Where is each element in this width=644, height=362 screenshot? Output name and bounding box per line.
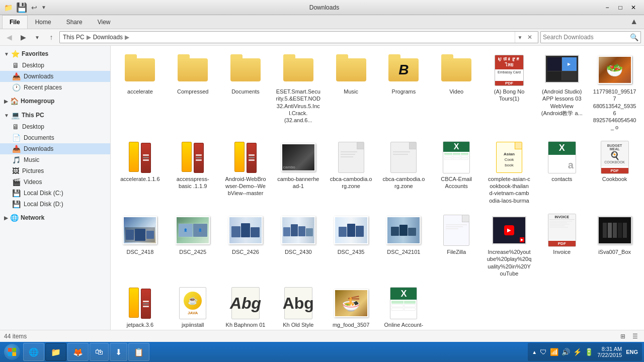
- tray-antivirus-icon[interactable]: 🛡: [539, 348, 548, 356]
- file-item-cbca2[interactable]: cbca-cambodia.o rg.zone: [378, 137, 429, 208]
- file-icon-android-webview: [227, 141, 264, 173]
- up-button[interactable]: ↑: [45, 31, 57, 43]
- maximize-button[interactable]: □: [614, 3, 627, 13]
- file-item-programs[interactable]: B Programs: [378, 50, 429, 135]
- file-icon-compressed: [175, 54, 211, 86]
- tab-file[interactable]: File: [2, 15, 28, 29]
- breadcrumb-downloads[interactable]: Downloads: [93, 34, 123, 41]
- sidebar-item-documents[interactable]: 📄 Documents: [0, 132, 110, 143]
- file-item-video[interactable]: Video: [431, 50, 482, 135]
- language-indicator[interactable]: ENG: [625, 349, 639, 355]
- tab-view[interactable]: View: [90, 15, 118, 29]
- file-name: Music: [344, 88, 358, 95]
- sidebar-item-local-d[interactable]: 💾 Local Disk (D:): [0, 199, 110, 210]
- tray-battery-icon[interactable]: 🔋: [584, 348, 594, 356]
- file-item-bong-no-tours[interactable]: ស្ថានទូតไทย Embassy Card PDF (A) Bong No…: [484, 50, 535, 135]
- taskbar-firefox[interactable]: 🦊: [67, 343, 89, 361]
- file-item-kh-baphnom[interactable]: Abg Kh Baphnom 01: [220, 283, 271, 330]
- dropdown-icon[interactable]: ▼: [40, 5, 48, 10]
- file-item-filezilla[interactable]: FileZilla: [431, 210, 482, 281]
- undo-icon[interactable]: ↩: [30, 4, 39, 12]
- sidebar-item-music[interactable]: 🎵 Music: [0, 154, 110, 165]
- file-item-dsc242101[interactable]: DSC_242101: [378, 210, 429, 281]
- taskbar-explorer[interactable]: 📁: [45, 343, 66, 361]
- back-button[interactable]: ◀: [3, 31, 15, 43]
- tray-clock[interactable]: 8:31 AM 7/22/2015: [595, 346, 624, 358]
- file-item-dsc2430[interactable]: DSC_2430: [273, 210, 324, 281]
- file-item-music[interactable]: Music: [326, 50, 376, 135]
- file-item-online-account[interactable]: X Online Account-Databa se All: [378, 283, 429, 330]
- sidebar-header-homegroup[interactable]: ▶ 🏠 Homegroup: [0, 95, 110, 107]
- file-icon-filezilla: [438, 214, 474, 246]
- taskbar-app6[interactable]: 📋: [128, 343, 149, 361]
- sidebar-header-this-pc[interactable]: ▼ 💻 This PC: [0, 109, 110, 121]
- sidebar-header-network[interactable]: ▶ 🌐 Network: [0, 212, 110, 224]
- ribbon-collapse[interactable]: ▲: [626, 15, 642, 29]
- videos-icon: 🎬: [12, 178, 21, 186]
- start-button[interactable]: [2, 343, 22, 361]
- sidebar-item-pictures[interactable]: 🖼 Pictures: [0, 165, 110, 176]
- file-item-eset[interactable]: ESET.Smart.Secu rity.5.&ESET.NOD 32.Anti…: [273, 50, 324, 135]
- tray-time-value: 8:31 AM: [597, 346, 622, 352]
- file-item-dsc2425[interactable]: 👤 👤 DSC_2425: [168, 210, 218, 281]
- breadcrumb-this-pc[interactable]: This PC: [63, 34, 85, 41]
- sidebar-item-local-c[interactable]: 💾 Local Disk (C:): [0, 188, 110, 199]
- tab-share[interactable]: Share: [59, 15, 90, 29]
- file-item-kh-old-style[interactable]: Abg Kh Old Style (Kakada's My Love) - Co…: [273, 283, 324, 330]
- minimize-button[interactable]: −: [601, 3, 614, 13]
- tray-sound-icon[interactable]: 🔊: [560, 348, 571, 356]
- music-icon: 🎵: [12, 156, 21, 164]
- file-icon-accelerate: [122, 54, 158, 86]
- file-item-android-studio[interactable]: ▶ (Android Studio) APP lessons 03 WebVie…: [536, 50, 587, 135]
- tab-home[interactable]: Home: [28, 15, 59, 29]
- file-name: jxpiinstall: [182, 321, 204, 328]
- sidebar-item-recent[interactable]: 🕐 Recent places: [0, 82, 110, 93]
- file-item-documents[interactable]: Documents: [220, 50, 271, 135]
- file-item-mg-food[interactable]: 🍜 mg_food_3507: [326, 283, 376, 330]
- file-item-dsc2426[interactable]: DSC_2426: [220, 210, 271, 281]
- address-dropdown[interactable]: ▼: [515, 32, 525, 43]
- file-item-android-webview[interactable]: Android-WebBro wser-Demo--We bView--mast…: [220, 137, 271, 208]
- recent-locations-button[interactable]: ▼: [31, 31, 43, 43]
- sidebar-item-downloads2[interactable]: 📥 Downloads: [0, 143, 110, 154]
- file-item-compressed[interactable]: Compressed: [168, 50, 218, 135]
- file-item-accelerate[interactable]: accelerate: [115, 50, 166, 135]
- file-item-cookbook[interactable]: BUDGET MEAL 🍳 COOKBOOK PDF Cookbook: [589, 137, 640, 208]
- forward-button[interactable]: ▶: [17, 31, 29, 43]
- save-icon[interactable]: 💾: [15, 2, 29, 13]
- file-item-accesspress[interactable]: accesspress-basic .1.1.9: [168, 137, 218, 208]
- sidebar-item-desktop[interactable]: 🖥 Desktop: [0, 60, 110, 71]
- tray-network-icon[interactable]: 📶: [549, 348, 559, 356]
- address-bar[interactable]: This PC ▶ Downloads ▶ ▼ ✕: [59, 31, 538, 43]
- file-item-cookbook-doc[interactable]: Asian Cook book complete-asian-c ookbook…: [484, 137, 535, 208]
- file-item-food-photo[interactable]: 🥗 11779810_995177 680513542_59356 892576…: [589, 50, 640, 135]
- file-item-isva007[interactable]: iSva007_Box: [589, 210, 640, 281]
- close-button[interactable]: ✕: [627, 3, 640, 13]
- tray-usb-icon[interactable]: ⚡: [572, 348, 583, 356]
- file-item-cbca1[interactable]: cbca-cambodia.o rg.zone: [326, 137, 376, 208]
- file-item-dsc2435[interactable]: DSC_2435: [326, 210, 376, 281]
- file-item-jxpiinstall[interactable]: ☕ JAVA jxpiinstall: [168, 283, 218, 330]
- file-item-dsc2418[interactable]: DSC_2418: [115, 210, 166, 281]
- tray-arrow-icon[interactable]: ▲: [531, 349, 538, 355]
- taskbar-ie[interactable]: 🌐: [23, 343, 44, 361]
- details-view-button[interactable]: ☰: [630, 331, 640, 341]
- taskbar-utorrent[interactable]: ⬇: [110, 343, 127, 361]
- taskbar-store[interactable]: 🛍: [90, 343, 109, 361]
- sidebar-item-downloads[interactable]: 📥 Downloads: [0, 71, 110, 82]
- sidebar-header-favorites[interactable]: ▼ ⭐ Favorites: [0, 48, 110, 60]
- file-item-jetpack[interactable]: jetpack.3.6: [115, 283, 166, 330]
- file-item-increase-youtube[interactable]: ▶ ▶ Increase%20yout ube%20play%20q ualit…: [484, 210, 535, 281]
- search-input[interactable]: [543, 34, 630, 41]
- large-icons-view-button[interactable]: ⊞: [618, 331, 628, 341]
- sidebar-item-videos[interactable]: 🎬 Videos: [0, 176, 110, 188]
- sidebar-item-this-pc-desktop[interactable]: 🖥 Desktop: [0, 121, 110, 132]
- file-item-accelerate-zip[interactable]: accelerate.1.1.6: [115, 137, 166, 208]
- expand-icon: ▼: [4, 51, 9, 57]
- file-item-cbca-email[interactable]: X CBCA-Email Accounts: [431, 137, 482, 208]
- address-clear[interactable]: ✕: [525, 32, 535, 43]
- file-item-contacts[interactable]: X a contacts: [536, 137, 587, 208]
- file-item-cambo-banner[interactable]: cambo cambo-bannerhe ad-1: [273, 137, 324, 208]
- file-item-invoice[interactable]: INVOICE PDF Invoice: [536, 210, 587, 281]
- search-bar[interactable]: 🔍: [540, 31, 641, 43]
